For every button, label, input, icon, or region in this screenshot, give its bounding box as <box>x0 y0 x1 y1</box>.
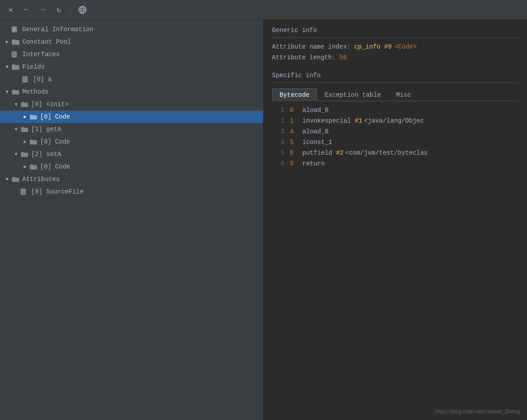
tree-item-methods-seta-code[interactable]: ► [0] Code <box>0 161 263 173</box>
byte-instr-5: putfield #2<com/jvm/test/byteclas <box>302 149 428 156</box>
tree-item-general-info[interactable]: ► General Information <box>0 23 263 36</box>
right-panel: Generic info Attribute name index: cp_in… <box>263 20 527 420</box>
byte-comment-5: <com/jvm/test/byteclas <box>345 149 428 156</box>
tree-label-constant-pool: Constant Pool <box>22 38 71 45</box>
tree-label-methods-init-code: [0] Code <box>40 113 70 120</box>
globe-button[interactable] <box>76 4 89 16</box>
attribute-name-index-label: Attribute name index: <box>272 43 350 50</box>
byte-offset-1: 0 <box>290 107 297 114</box>
byte-offset-3: 4 <box>290 128 297 135</box>
bytecode-line-2: 2 1 invokespecial #1<java/lang/Objec <box>276 117 515 128</box>
svg-rect-12 <box>23 77 27 82</box>
svg-rect-10 <box>12 52 16 57</box>
byte-instr-1: aload_0 <box>302 107 329 114</box>
refresh-button[interactable]: ↻ <box>53 4 65 16</box>
byte-offset-5: 6 <box>290 149 297 156</box>
tree-item-methods-init[interactable]: ▼ [0] <init> <box>0 98 263 111</box>
tree-label-attributes: Attributes <box>22 176 60 183</box>
tree-item-methods-init-code[interactable]: ► [0] Code <box>0 111 263 123</box>
bytecode-line-1: 1 0 aload_0 <box>276 107 515 117</box>
tree-label-methods-seta: [2] setA <box>31 151 61 158</box>
byte-instr-6: return <box>302 160 325 167</box>
toolbar-separator <box>70 5 71 14</box>
tree-label-methods-init: [0] <init> <box>31 101 69 108</box>
forward-button[interactable]: → <box>37 4 49 16</box>
specific-info-title: Specific info <box>272 72 518 79</box>
line-number-3: 3 <box>276 128 284 135</box>
attribute-name-index-tag: <Code> <box>394 43 416 50</box>
bytecode-line-3: 3 4 aload_0 <box>276 128 515 139</box>
byte-ref-2[interactable]: #1 <box>355 117 362 124</box>
byte-instr-2: invokespecial #1<java/lang/Objec <box>302 117 424 124</box>
tree-label-attributes-sourcefile: [0] SourceFile <box>31 188 84 195</box>
bytecode-content: 1 0 aload_0 2 1 invokespecial #1<java/la… <box>272 101 518 176</box>
tree-item-interfaces[interactable]: ► Interfaces <box>0 48 263 61</box>
bytecode-line-4: 4 5 iconst_1 <box>276 139 515 149</box>
tree-label-general-info: General Information <box>22 26 94 33</box>
line-number-4: 4 <box>276 139 284 146</box>
byte-ref-5[interactable]: #2 <box>336 149 344 156</box>
attribute-name-index-row: Attribute name index: cp_info #9 <Code> <box>272 43 518 50</box>
bytecode-line-6: 6 9 return <box>276 160 515 171</box>
left-panel: ► General Information ► <box>0 20 263 420</box>
tab-misc[interactable]: Misc <box>388 88 419 101</box>
tab-bytecode[interactable]: Bytecode <box>272 88 317 101</box>
tabs-container: Bytecode Exception table Misc <box>272 88 518 101</box>
tree-label-methods-seta-code: [0] Code <box>40 163 70 170</box>
tree-item-constant-pool[interactable]: ► Constant Pool <box>0 36 263 48</box>
specific-info-section: Specific info Bytecode Exception table M… <box>272 72 518 176</box>
tree-label-fields-a: [0] a <box>33 76 52 83</box>
svg-rect-14 <box>21 189 25 194</box>
tree-label-fields: Fields <box>22 63 45 70</box>
specific-info-divider <box>272 82 518 83</box>
byte-offset-4: 5 <box>290 139 297 146</box>
tree-item-methods[interactable]: ▼ Methods <box>0 86 263 98</box>
tree-item-fields[interactable]: ▼ Fields <box>0 61 263 73</box>
bytecode-line-5: 5 6 putfield #2<com/jvm/test/byteclas <box>276 149 515 160</box>
tab-exception-table[interactable]: Exception table <box>317 88 388 101</box>
attribute-length-row: Attribute length: 56 <box>272 54 518 61</box>
byte-instr-3: aload_0 <box>302 128 329 135</box>
tree-label-methods-geta-code: [0] Code <box>40 138 70 145</box>
tree-item-fields-a[interactable]: ► [0] a <box>0 73 263 86</box>
attribute-name-index-link[interactable]: cp_info #9 <box>354 43 391 50</box>
close-button[interactable]: ✕ <box>4 4 17 16</box>
watermark: https://blog.csdn.net/Yunwei_Zheng <box>435 408 520 415</box>
tree-label-interfaces: Interfaces <box>22 51 60 58</box>
tree-item-attributes[interactable]: ▼ Attributes <box>0 173 263 185</box>
tree-label-methods-geta: [1] getA <box>31 126 61 133</box>
back-button[interactable]: ← <box>21 4 33 16</box>
line-number-1: 1 <box>276 107 284 114</box>
generic-info-section: Generic info <box>272 27 518 43</box>
tree-item-methods-seta[interactable]: ▼ [2] setA <box>0 148 263 161</box>
tree-label-methods: Methods <box>22 88 49 95</box>
attribute-length-value: 56 <box>339 54 347 61</box>
main-layout: ► General Information ► <box>0 20 527 420</box>
byte-instr-4: iconst_1 <box>302 139 332 146</box>
generic-info-title: Generic info <box>272 27 518 34</box>
attribute-length-label: Attribute length: <box>272 54 336 61</box>
tree-item-methods-geta-code[interactable]: ► [0] Code <box>0 136 263 148</box>
tree-item-attributes-sourcefile[interactable]: ► [0] SourceFile <box>0 185 263 198</box>
byte-comment-2: <java/lang/Objec <box>364 117 424 124</box>
line-number-6: 6 <box>276 160 284 167</box>
line-number-2: 2 <box>276 117 284 124</box>
line-number-5: 5 <box>276 149 284 156</box>
generic-info-divider <box>272 37 518 38</box>
toolbar: ✕ ← → ↻ <box>0 0 527 20</box>
byte-offset-2: 1 <box>290 117 297 124</box>
byte-offset-6: 9 <box>290 160 297 167</box>
tree-item-methods-geta[interactable]: ▼ [1] getA <box>0 123 263 136</box>
